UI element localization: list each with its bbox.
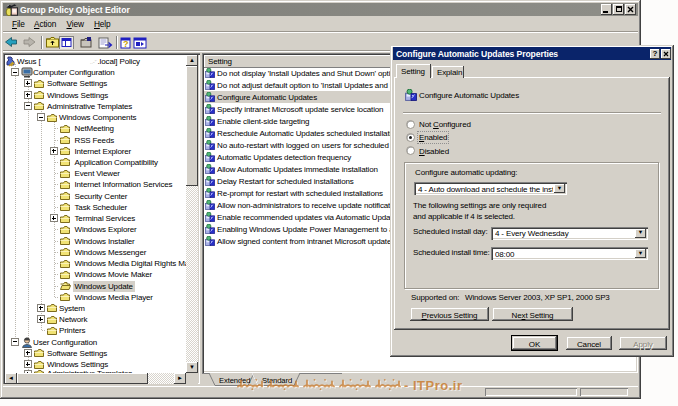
svg-text:- ITPro.ir: - ITPro.ir <box>404 378 462 393</box>
svg-text:?: ? <box>123 39 128 49</box>
